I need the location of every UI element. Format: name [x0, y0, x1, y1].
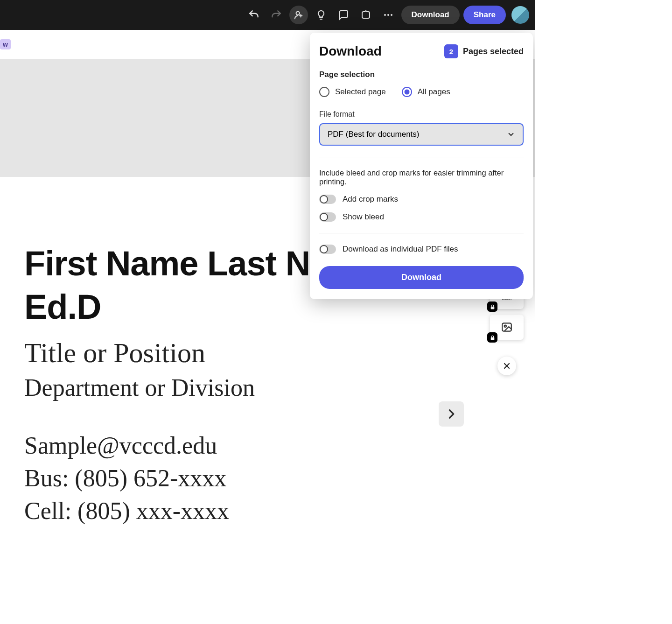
toggle-label: Download as individual PDF files [343, 245, 458, 254]
page-selection-radios: Selected page All pages [319, 87, 524, 97]
present-button[interactable] [357, 6, 375, 24]
comment-button[interactable] [334, 6, 353, 24]
more-icon [383, 9, 394, 21]
popover-header: Download 2 Pages selected [319, 44, 524, 59]
svg-point-0 [296, 12, 299, 15]
lock-icon [490, 304, 496, 310]
toggle-individual-files[interactable]: Download as individual PDF files [319, 245, 524, 254]
file-format-value: PDF (Best for documents) [328, 130, 420, 139]
toggle-label: Show bleed [343, 212, 384, 222]
avatar[interactable] [511, 6, 529, 24]
thumbnail-card-2[interactable] [490, 315, 524, 340]
lock-badge [487, 301, 497, 312]
download-confirm-button[interactable]: Download [319, 266, 524, 289]
file-format-dropdown[interactable]: PDF (Best for documents) [319, 123, 524, 146]
redo-button[interactable] [267, 6, 286, 24]
lock-icon [490, 335, 496, 341]
pages-selected-label: Pages selected [463, 47, 524, 56]
toggle-label: Add crop marks [343, 195, 398, 204]
page-tag: w [0, 39, 11, 49]
svg-point-2 [387, 14, 389, 16]
radio-all-pages[interactable]: All pages [402, 87, 450, 97]
undo-icon [248, 9, 260, 21]
add-user-icon [294, 10, 304, 20]
doc-title: Title or Position [24, 337, 512, 369]
download-button[interactable]: Download [401, 6, 460, 24]
doc-department: Department or Division [24, 374, 512, 401]
toggle-switch [319, 212, 336, 222]
file-format-label: File format [319, 110, 524, 119]
svg-point-1 [384, 14, 386, 16]
comment-icon [338, 9, 349, 21]
divider [319, 157, 524, 157]
download-popover: Download 2 Pages selected Page selection… [310, 33, 533, 299]
radio-icon-checked [402, 87, 412, 97]
doc-bus-phone: Bus: (805) 652-xxxx [24, 462, 512, 495]
popover-title: Download [319, 44, 382, 59]
redo-icon [270, 9, 282, 21]
top-toolbar: Download Share [0, 0, 535, 30]
toggle-show-bleed[interactable]: Show bleed [319, 212, 524, 222]
divider [319, 233, 524, 233]
more-button[interactable] [379, 6, 398, 24]
bleed-hint: Include bleed and crop marks for easier … [319, 168, 524, 186]
chevron-down-icon [507, 130, 515, 139]
radio-label: All pages [418, 87, 450, 97]
share-button[interactable]: Share [463, 6, 506, 24]
lightbulb-button[interactable] [312, 6, 330, 24]
doc-cell-phone: Cell: (805) xxx-xxxx [24, 495, 512, 527]
radio-icon [319, 87, 329, 97]
svg-point-3 [391, 14, 392, 16]
add-user-button[interactable] [289, 6, 308, 24]
undo-button[interactable] [245, 6, 263, 24]
chevron-right-icon [445, 407, 458, 421]
toggle-switch [319, 245, 336, 254]
page-selection-heading: Page selection [319, 70, 524, 79]
toggle-crop-marks[interactable]: Add crop marks [319, 195, 524, 204]
lightbulb-icon [315, 9, 327, 21]
lock-badge [487, 332, 497, 343]
present-icon [360, 9, 371, 21]
next-page-button[interactable] [439, 401, 464, 427]
radio-selected-page[interactable]: Selected page [319, 87, 386, 97]
image-icon [501, 321, 513, 333]
page-count-badge: 2 [444, 44, 458, 58]
thumbnail-close-button[interactable] [497, 357, 516, 375]
close-icon [502, 361, 511, 371]
pages-selected-group: 2 Pages selected [444, 44, 524, 58]
svg-point-5 [504, 325, 506, 327]
radio-label: Selected page [335, 87, 386, 97]
toggle-switch [319, 195, 336, 204]
doc-email: Sample@vcccd.edu [24, 429, 512, 462]
